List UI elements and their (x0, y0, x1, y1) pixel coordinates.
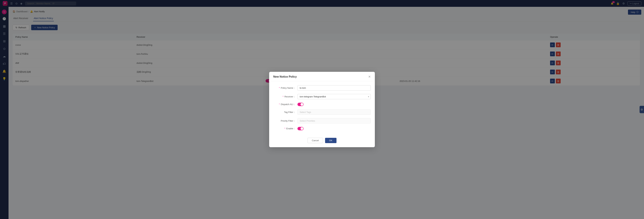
enable-label: * Enable： (273, 127, 296, 130)
dispatch-ali-row: * Dispatch ALI： (273, 103, 371, 106)
modal-header: New Notice Policy ✕ (269, 72, 375, 81)
cancel-button[interactable]: Cancel (308, 138, 323, 143)
modal-title: New Notice Policy (273, 75, 297, 78)
tag-filter-input[interactable]: Select Tags (298, 110, 371, 115)
enable-toggle[interactable] (298, 127, 304, 130)
priority-filter-row: Priority Filter： Select Priorities (273, 118, 371, 123)
policy-name-row: * Policy Name： (273, 85, 371, 91)
receiver-row: * Receiver： tom-telegram-TelegramBot ▾ (273, 94, 371, 99)
ok-button[interactable]: OK (325, 138, 336, 143)
modal-footer: Cancel OK (269, 135, 375, 147)
modal-body: * Policy Name： * Receiver： tom-telegram-… (269, 81, 375, 135)
priority-filter-input[interactable]: Select Priorities (298, 118, 371, 123)
dispatch-ali-label: * Dispatch ALI： (273, 103, 296, 106)
policy-name-label: * Policy Name： (273, 87, 296, 90)
policy-name-input[interactable] (298, 85, 371, 91)
dispatch-ali-toggle[interactable] (298, 103, 304, 106)
receiver-select-wrapper: tom-telegram-TelegramBot ▾ (298, 94, 371, 99)
enable-row: * Enable： (273, 127, 371, 130)
tag-filter-label: Tag Filter： (273, 111, 296, 114)
receiver-label: * Receiver： (273, 95, 296, 98)
receiver-select[interactable]: tom-telegram-TelegramBot (298, 94, 371, 99)
new-notice-policy-modal: New Notice Policy ✕ * Policy Name： * Rec… (269, 72, 375, 147)
modal-overlay: New Notice Policy ✕ * Policy Name： * Rec… (0, 0, 644, 219)
tag-filter-row: Tag Filter： Select Tags (273, 110, 371, 115)
modal-close-button[interactable]: ✕ (368, 75, 371, 78)
priority-filter-label: Priority Filter： (273, 119, 296, 122)
